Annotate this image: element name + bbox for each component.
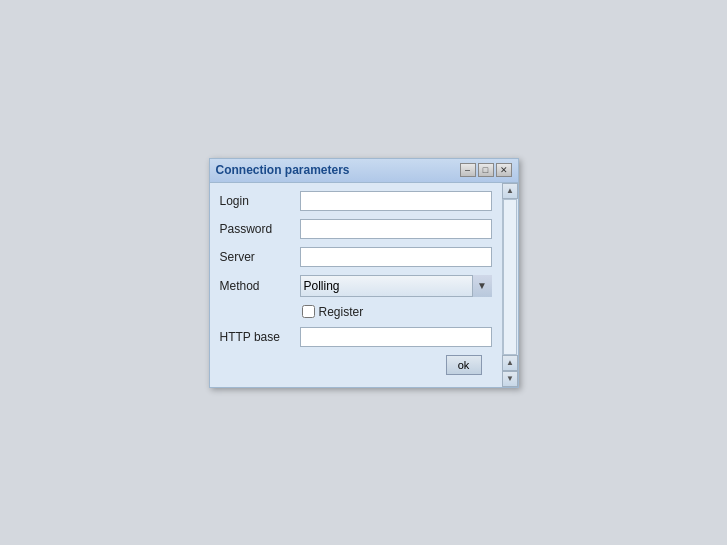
ok-btn-row: ok (220, 355, 492, 379)
scroll-track[interactable] (503, 199, 517, 355)
method-row: Method Polling Long-polling WebSocket ▼ (220, 275, 492, 297)
password-label: Password (220, 222, 300, 236)
register-row: Register (220, 305, 492, 319)
password-row: Password (220, 219, 492, 239)
window-controls: – □ ✕ (460, 163, 512, 177)
login-label: Login (220, 194, 300, 208)
password-input[interactable] (300, 219, 492, 239)
close-button[interactable]: ✕ (496, 163, 512, 177)
server-label: Server (220, 250, 300, 264)
http-base-input[interactable] (300, 327, 492, 347)
login-row: Login (220, 191, 492, 211)
register-checkbox[interactable] (302, 305, 315, 318)
dialog-title: Connection parameters (216, 163, 350, 177)
login-input[interactable] (300, 191, 492, 211)
dialog-body: Login Password Server Method Polling Lon… (210, 183, 518, 387)
minimize-button[interactable]: – (460, 163, 476, 177)
method-select[interactable]: Polling Long-polling WebSocket (300, 275, 492, 297)
scroll-down-button-bottom[interactable]: ▼ (502, 371, 518, 387)
http-base-label: HTTP base (220, 330, 300, 344)
maximize-button[interactable]: □ (478, 163, 494, 177)
ok-button[interactable]: ok (446, 355, 482, 375)
register-label[interactable]: Register (319, 305, 364, 319)
connection-parameters-dialog: Connection parameters – □ ✕ Login Passwo… (209, 158, 519, 388)
scroll-up-button[interactable]: ▲ (502, 183, 518, 199)
method-select-wrapper: Polling Long-polling WebSocket ▼ (300, 275, 492, 297)
form-area: Login Password Server Method Polling Lon… (210, 183, 502, 387)
scroll-down-button-top[interactable]: ▲ (502, 355, 518, 371)
server-input[interactable] (300, 247, 492, 267)
http-base-row: HTTP base (220, 327, 492, 347)
title-bar: Connection parameters – □ ✕ (210, 159, 518, 183)
server-row: Server (220, 247, 492, 267)
method-label: Method (220, 279, 300, 293)
vertical-scrollbar: ▲ ▲ ▼ (502, 183, 518, 387)
